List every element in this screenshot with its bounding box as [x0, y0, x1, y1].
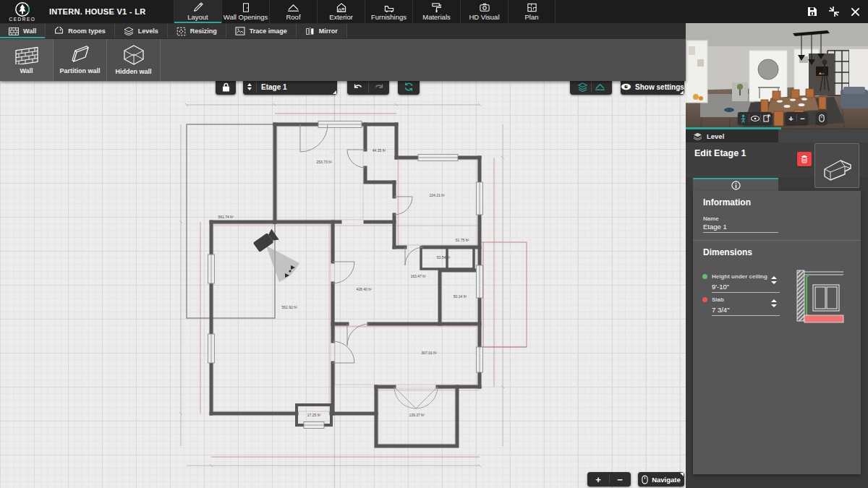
tab-exterior[interactable]: Exterior	[317, 0, 365, 23]
slab-3d-icon	[819, 150, 855, 181]
chevron-down-icon	[771, 281, 777, 284]
tab-hd-visual[interactable]: HD Visual	[460, 0, 508, 23]
window-controls	[807, 0, 861, 23]
slab-input[interactable]: 7 3/4"	[712, 306, 730, 314]
camera-icon	[479, 1, 490, 13]
tab-roof[interactable]: Roof	[269, 0, 317, 23]
3d-preview-viewport[interactable]: + −	[686, 22, 868, 129]
floor-plan-canvas[interactable]: 561.74 ft²253.73 ft²44.35 ft²224.21 ft²5…	[0, 81, 686, 488]
undo-redo-group	[347, 79, 389, 95]
height-under-ceiling-label: Height under ceiling	[712, 273, 767, 280]
preview-zoom-in-button[interactable]: +	[786, 112, 796, 124]
slab-status-dot	[702, 297, 707, 302]
furniture-icon	[383, 1, 395, 13]
level-properties-panel: Information Name Etage 1 Dimensions Heig…	[693, 191, 861, 474]
palette-item-partition-wall[interactable]: Partition wall	[54, 39, 107, 81]
app-window: CEDREO INTERN. HOUSE V1 - LR Layout Wall…	[0, 0, 868, 488]
close-icon[interactable]	[850, 7, 861, 17]
resize-icon	[176, 27, 186, 36]
blueprint-icon	[527, 1, 537, 13]
cedreo-tree-icon	[14, 1, 30, 17]
room-area-label: 224.21 ft²	[429, 193, 444, 197]
preview-zoom-out-button[interactable]: −	[797, 112, 808, 124]
room-area-label: 139.37 ft²	[409, 413, 424, 417]
sync-button[interactable]	[398, 79, 420, 95]
room-area-label: 561.74 ft²	[218, 215, 233, 219]
sidebar-tab-level[interactable]: Level	[686, 129, 778, 142]
toolbar-item-wall[interactable]: Wall	[0, 24, 46, 38]
level-stepper[interactable]	[247, 82, 257, 92]
height-input-underline	[712, 292, 780, 293]
wall-tool-palette: Wall Partition wall Hidden wall	[0, 39, 686, 81]
toolbar-item-levels[interactable]: Levels	[115, 24, 168, 38]
toolbar-item-resizing[interactable]: Resizing	[168, 24, 226, 38]
redo-button[interactable]	[369, 79, 389, 95]
collapse-icon[interactable]	[828, 6, 840, 17]
zoom-out-button[interactable]: −	[610, 474, 631, 485]
height-stepper[interactable]	[771, 276, 777, 284]
undo-button[interactable]	[348, 79, 368, 95]
toolbar-item-mirror[interactable]: Mirror	[297, 24, 347, 38]
floor-plan-drawing: 561.74 ft²253.73 ft²44.35 ft²224.21 ft²5…	[0, 81, 686, 488]
levels-3d-icon[interactable]	[577, 82, 588, 92]
name-label: Name	[703, 215, 719, 222]
trace-image-icon	[235, 27, 245, 35]
room-area-label: 163.47 ft²	[410, 274, 425, 278]
chevron-down-icon	[247, 87, 252, 90]
show-settings-button[interactable]: Show settings	[621, 79, 684, 95]
palette-item-hidden-wall[interactable]: Hidden wall	[107, 39, 161, 81]
level-sidebar: Level Edit Etage 1 Information Name Etag…	[686, 129, 868, 488]
height-status-dot	[702, 274, 707, 279]
room-area-labels: 561.74 ft²253.73 ft²44.35 ft²224.21 ft²5…	[218, 148, 469, 417]
project-title: INTERN. HOUSE V1 - LR	[49, 0, 145, 23]
tab-plan[interactable]: Plan	[508, 0, 556, 23]
save-icon[interactable]	[807, 6, 818, 17]
chevron-down-icon	[771, 304, 777, 307]
palette-item-wall[interactable]: Wall	[0, 39, 54, 81]
name-input[interactable]: Etage 1	[703, 223, 727, 231]
tab-layout[interactable]: Layout	[174, 0, 221, 23]
level-thumbnail[interactable]	[814, 143, 859, 188]
room-area-label: 44.35 ft²	[373, 148, 386, 153]
house-icon	[336, 1, 347, 13]
zoom-in-button[interactable]: +	[588, 474, 609, 485]
wall-icon	[14, 46, 39, 64]
tab-materials[interactable]: Materials	[412, 0, 460, 23]
tab-wall-openings[interactable]: Wall Openings	[221, 0, 269, 23]
tab-information[interactable]	[693, 178, 778, 191]
chevron-up-icon	[247, 83, 252, 86]
hidden-wall-icon	[122, 45, 145, 65]
level-selector-dropdown[interactable]: Etage 1	[243, 79, 337, 95]
preview-navigate-group	[816, 112, 827, 124]
level-edit-title: Edit Etage 1	[694, 148, 746, 158]
information-section-title: Information	[703, 197, 751, 207]
room-area-label: 53.54 ft²	[437, 255, 451, 260]
toolbar-item-room-types[interactable]: Room types	[46, 24, 115, 38]
brick-icon	[9, 27, 19, 35]
layout-toolbar: Wall Room types Levels Resizing Trace im…	[0, 23, 686, 39]
room-area-label: 253.73 ft²	[316, 160, 331, 164]
level-layers-icon	[693, 132, 702, 140]
navigate-button[interactable]: Navigate	[638, 472, 684, 487]
cedreo-logo[interactable]: CEDREO	[6, 1, 39, 22]
paint-roller-icon	[431, 1, 442, 13]
toolbar-item-trace-image[interactable]: Trace image	[226, 24, 297, 38]
height-under-ceiling-input[interactable]: 9'-10"	[712, 283, 729, 291]
logo-wordmark: CEDREO	[9, 17, 36, 22]
mirror-icon	[305, 27, 315, 36]
preview-export-icon[interactable]	[761, 112, 772, 124]
canvas-zoom-group: + −	[587, 472, 631, 487]
mouse-icon	[642, 475, 648, 484]
delete-level-button[interactable]	[797, 152, 812, 166]
tag-icon	[54, 27, 64, 36]
room-area-label: 428.40 ft²	[356, 287, 371, 291]
tab-furnishings[interactable]: Furnishings	[365, 0, 412, 23]
walkthrough-person-icon[interactable]	[738, 112, 749, 124]
camera-marker[interactable]	[252, 229, 299, 282]
roof-visibility-icon[interactable]	[595, 82, 605, 91]
preview-mouse-icon[interactable]	[816, 112, 827, 124]
preview-eye-icon[interactable]	[749, 112, 760, 124]
slab-stepper[interactable]	[771, 299, 777, 307]
preview-zoom-group: + −	[786, 112, 808, 124]
lock-button[interactable]	[216, 79, 236, 95]
